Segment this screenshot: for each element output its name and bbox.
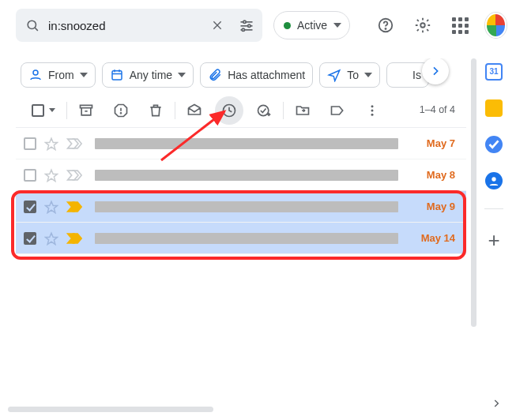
star-icon[interactable] [44,137,58,151]
svg-point-11 [385,28,386,29]
search-input[interactable] [48,19,198,32]
row-checkbox[interactable] [24,232,36,245]
svg-point-33 [492,177,495,181]
mail-row[interactable]: May 14 [16,223,466,254]
svg-point-7 [243,21,246,23]
status-dot-icon [284,22,291,29]
svg-rect-14 [112,71,122,80]
svg-marker-31 [46,201,58,212]
svg-point-12 [421,23,426,28]
mail-date: May 7 [411,137,455,149]
mail-row[interactable]: May 9 [16,191,466,223]
report-spam-button[interactable] [113,103,129,118]
star-icon[interactable] [44,168,58,182]
chip-attachment[interactable]: Has attachment [200,62,313,88]
chevron-down-icon [49,108,55,112]
rail-separator [484,208,503,209]
filter-chip-bar: From Any time Has attachment To Is [16,58,466,92]
svg-line-1 [35,28,38,31]
star-icon[interactable] [44,200,58,214]
side-panel: 31 + [476,58,511,253]
delete-button[interactable] [148,103,164,118]
attachment-icon [208,68,222,82]
svg-point-21 [121,112,122,113]
svg-marker-29 [46,138,58,149]
chip-label: Any time [130,69,172,81]
labels-button[interactable] [330,103,345,118]
svg-point-9 [242,28,244,31]
scrollbar-vertical[interactable] [471,58,476,327]
checkbox-icon [32,104,44,117]
calendar-app-icon[interactable]: 31 [485,63,503,81]
select-all-toggle[interactable] [32,104,55,117]
mail-subject-placeholder [95,138,398,149]
svg-point-28 [371,113,374,115]
pagination-count: 1–4 of 4 [420,104,455,115]
action-toolbar: 1–4 of 4 [16,93,466,128]
archive-button[interactable] [78,103,94,118]
calendar-icon [110,68,124,82]
svg-point-0 [28,21,36,28]
chip-label: Is [412,69,421,81]
svg-point-27 [371,109,374,111]
apps-icon[interactable] [447,9,473,41]
keep-app-icon[interactable] [485,99,503,117]
row-checkbox[interactable] [24,201,36,213]
star-icon[interactable] [44,231,58,246]
mail-subject-placeholder [95,170,398,181]
mail-date: May 9 [411,201,455,212]
scrollbar-horizontal[interactable] [8,407,213,412]
account-avatar[interactable] [485,13,507,38]
chevron-right-icon [429,65,442,77]
mail-subject-placeholder [95,201,398,212]
contacts-app-icon[interactable] [485,172,503,189]
chip-from[interactable]: From [21,62,96,88]
person-icon [28,68,43,82]
move-to-button[interactable] [295,103,311,118]
side-panel-toggle[interactable] [491,398,502,409]
add-app-button[interactable]: + [488,228,499,253]
svg-point-8 [248,24,250,27]
add-to-tasks-button[interactable] [256,103,272,118]
svg-marker-30 [46,170,58,181]
mail-row[interactable]: May 8 [16,159,466,191]
clear-search-icon[interactable] [206,11,228,39]
row-checkbox[interactable] [24,137,36,150]
svg-rect-18 [81,105,92,107]
importance-icon[interactable] [66,201,82,213]
importance-icon[interactable] [66,232,82,245]
mail-row[interactable]: May 7 [16,128,466,159]
chip-to[interactable]: To [319,62,380,88]
importance-icon[interactable] [66,169,82,182]
status-chip[interactable]: Active [273,11,350,39]
status-label: Active [297,19,327,32]
chip-anytime[interactable]: Any time [102,62,194,88]
chip-label: To [347,69,359,81]
chip-scroll-right[interactable] [422,58,449,84]
chevron-down-icon [178,73,186,77]
row-checkbox[interactable] [24,169,36,182]
settings-icon[interactable] [410,9,436,41]
mail-list: May 7 May 8 May 9 May 14 [16,128,466,254]
snooze-button[interactable] [215,96,243,125]
mail-date: May 14 [411,232,455,244]
svg-point-13 [33,70,38,75]
clock-icon [221,103,237,118]
chip-label: From [48,69,74,81]
chevron-down-icon [80,73,88,77]
mail-date: May 8 [411,169,455,181]
support-icon[interactable] [372,9,398,41]
send-icon [327,68,341,82]
chevron-down-icon [364,73,372,77]
chip-label: Has attachment [228,69,305,81]
svg-point-23 [258,105,269,115]
tasks-app-icon[interactable] [485,136,503,153]
search-box[interactable] [16,9,262,42]
mail-subject-placeholder [95,233,398,244]
more-button[interactable] [364,103,380,118]
svg-marker-32 [46,233,58,244]
search-options-icon[interactable] [236,11,258,39]
svg-point-26 [371,105,374,107]
importance-icon[interactable] [66,137,82,150]
mark-unread-button[interactable] [186,103,202,118]
